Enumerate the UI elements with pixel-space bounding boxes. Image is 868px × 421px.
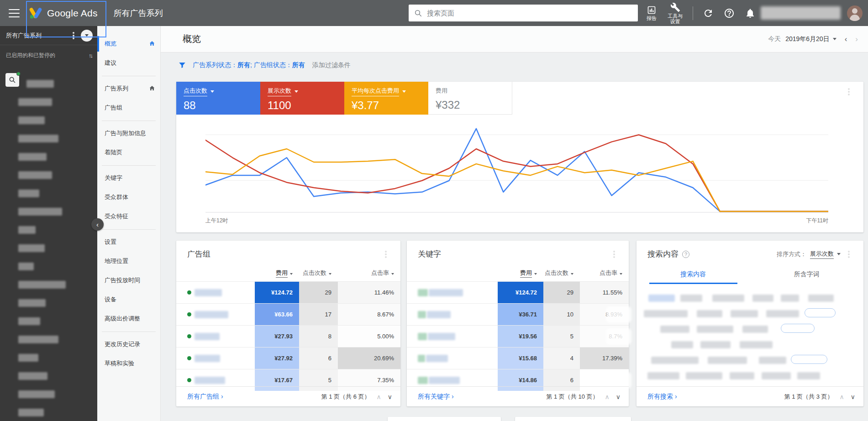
table-row[interactable]: ¥27.92 6 20.69% (176, 347, 400, 369)
nav-item[interactable]: 建议 (97, 53, 160, 73)
nav-item[interactable]: 关键字 (97, 168, 160, 188)
table-row[interactable]: ¥27.93 8 5.00% (176, 325, 400, 347)
search-term-redacted[interactable] (740, 341, 773, 348)
campaign-list-item-redacted[interactable] (18, 354, 38, 362)
help-icon[interactable] (724, 8, 735, 19)
tab[interactable]: 所含字词 (750, 266, 864, 284)
campaign-list-item-redacted[interactable] (18, 317, 40, 325)
next-period-button[interactable]: › (855, 35, 858, 44)
page-up-button[interactable]: ∧ (840, 393, 844, 400)
page-up-button[interactable]: ∧ (605, 393, 610, 400)
nav-item[interactable]: 着陆页 (97, 143, 160, 162)
card-options-icon[interactable] (385, 253, 387, 255)
column-header-clicks[interactable]: 点击次数 (543, 269, 580, 277)
campaign-list-item-redacted[interactable] (26, 80, 54, 88)
all-searches-link[interactable]: 所有搜索 › (647, 393, 784, 401)
chart-options-icon[interactable] (848, 91, 850, 93)
campaign-list-item-redacted[interactable] (18, 409, 44, 416)
refresh-icon[interactable] (703, 8, 714, 19)
campaign-list-item-redacted[interactable] (18, 98, 52, 106)
nav-item[interactable]: 高级出价调整 (97, 309, 160, 328)
nav-item[interactable]: 概览 (97, 34, 160, 53)
sort-icon[interactable]: ↑↓ (89, 52, 92, 59)
campaign-list-item-redacted[interactable] (18, 263, 34, 270)
search-term-redacted[interactable] (700, 341, 731, 348)
search-term-redacted[interactable] (808, 295, 834, 302)
campaign-list-item-redacted[interactable] (18, 208, 62, 216)
nav-item[interactable]: 草稿和实验 (97, 354, 160, 373)
nav-item[interactable]: 设置 (97, 232, 160, 252)
search-term-redacted[interactable] (730, 372, 754, 379)
search-term-redacted[interactable] (680, 295, 702, 302)
collapse-dropdown-button[interactable] (81, 30, 93, 42)
search-term-redacted[interactable] (712, 295, 744, 302)
nav-item[interactable]: 设备 (97, 290, 160, 309)
table-row[interactable]: ¥63.66 17 8.67% (176, 303, 400, 325)
more-options-icon[interactable] (73, 35, 74, 37)
page-up-button[interactable]: ∧ (377, 393, 381, 400)
campaign-list-item-redacted[interactable] (18, 281, 66, 289)
table-row[interactable]: ¥36.71 10 8.93% (407, 303, 629, 325)
metric-card[interactable]: 费用 ¥332 (428, 82, 512, 115)
search-term-redacted[interactable] (644, 310, 688, 317)
search-term-redacted[interactable] (797, 372, 820, 379)
search-term-redacted[interactable] (781, 295, 799, 302)
search-term-redacted[interactable] (697, 310, 722, 317)
date-range-picker[interactable]: 今天 2019年6月20日 ‹ › (768, 35, 858, 44)
search-term-redacted[interactable] (759, 357, 786, 364)
search-term-redacted[interactable] (742, 326, 768, 333)
column-header-clicks[interactable]: 点击次数 (299, 269, 338, 277)
page-search[interactable] (409, 5, 638, 21)
campaign-search-button[interactable] (5, 73, 19, 87)
search-term-redacted[interactable] (651, 357, 699, 364)
page-down-button[interactable]: ∨ (851, 393, 855, 400)
previous-period-button[interactable]: ‹ (845, 35, 847, 44)
search-term-redacted[interactable] (805, 308, 836, 317)
tools-settings-button[interactable]: 工具与 设置 (668, 2, 683, 24)
search-term-redacted[interactable] (671, 341, 693, 348)
all-ad-groups-link[interactable]: 所有广告组 › (187, 393, 321, 401)
campaign-list-item-redacted[interactable] (18, 226, 36, 234)
column-header-ctr[interactable]: 点击率 (580, 269, 629, 277)
notifications-bell-icon[interactable] (745, 8, 756, 19)
search-term-redacted[interactable] (648, 295, 675, 302)
campaign-list-item-redacted[interactable] (18, 153, 47, 161)
card-options-icon[interactable] (848, 253, 850, 255)
metric-card[interactable]: 展示次数 1100 (260, 82, 344, 115)
card-options-icon[interactable] (613, 253, 615, 255)
campaign-sidebar-header[interactable]: 所有广告系列 (0, 26, 97, 45)
active-filters[interactable]: 广告系列状态：所有; 广告组状态：所有 (193, 61, 305, 69)
sort-by-value[interactable]: 展示次数 (810, 250, 834, 259)
campaign-list-item-redacted[interactable] (18, 189, 39, 197)
help-icon[interactable]: ? (682, 251, 689, 258)
campaign-list-item-redacted[interactable] (18, 390, 55, 398)
table-row[interactable]: ¥124.72 29 11.55% (407, 281, 629, 303)
nav-item[interactable]: 广告投放时间 (97, 271, 160, 290)
nav-item[interactable]: 广告组 (97, 98, 160, 117)
page-down-button[interactable]: ∨ (616, 393, 621, 400)
campaign-list-item-redacted[interactable] (18, 336, 58, 343)
add-filter-button[interactable]: 添加过滤条件 (312, 61, 351, 69)
campaign-list-item-redacted[interactable] (18, 372, 47, 380)
search-term-redacted[interactable] (781, 324, 815, 333)
panel-collapse-handle[interactable]: ‹ (91, 218, 104, 231)
all-keywords-link[interactable]: 所有关键字 › (418, 393, 546, 401)
page-down-button[interactable]: ∨ (388, 393, 392, 400)
search-term-redacted[interactable] (697, 326, 733, 333)
search-term-redacted[interactable] (762, 372, 791, 379)
campaign-state-filter[interactable]: 已启用的和已暂停的 (6, 52, 89, 59)
search-term-redacted[interactable] (766, 310, 799, 317)
table-row[interactable]: ¥19.56 5 8.7% (407, 325, 629, 347)
avatar[interactable] (847, 5, 863, 21)
nav-item[interactable]: 更改历史记录 (97, 335, 160, 354)
search-term-redacted[interactable] (791, 355, 827, 364)
campaign-list-item-redacted[interactable] (18, 135, 58, 142)
search-input[interactable] (427, 9, 632, 17)
campaign-list-item-redacted[interactable] (18, 116, 45, 124)
nav-item[interactable]: 地理位置 (97, 252, 160, 271)
reports-button[interactable]: 报告 (647, 5, 657, 21)
table-row[interactable]: ¥15.68 4 17.39% (407, 347, 629, 369)
table-row[interactable]: ¥124.72 29 11.46% (176, 281, 400, 303)
metric-card[interactable]: 平均每次点击费用 ¥3.77 (344, 82, 428, 115)
search-term-redacted[interactable] (686, 372, 722, 379)
